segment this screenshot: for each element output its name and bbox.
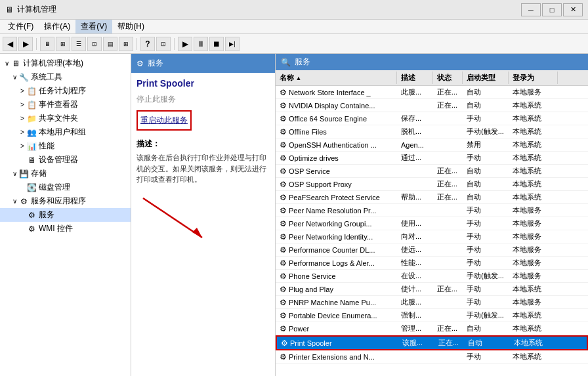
menu-action[interactable]: 操作(A): [39, 20, 75, 33]
stop-service-action[interactable]: 停止此服务: [136, 94, 270, 105]
menu-help[interactable]: 帮助(H): [112, 20, 150, 33]
close-button[interactable]: ✕: [563, 3, 583, 16]
service-login: 本地服务: [509, 244, 558, 255]
service-row[interactable]: ⚙Offline Files脱机...手动(触发...本地系统: [276, 125, 588, 138]
wmi-icon: ⚙: [26, 224, 37, 234]
service-login: 本地系统: [509, 165, 558, 177]
tree-disk-mgmt[interactable]: 💽 磁盘管理: [0, 180, 131, 194]
service-icon-cell: ⚙OSP Service: [276, 166, 397, 177]
back-button[interactable]: ◀: [3, 37, 17, 51]
service-login: 本地系统: [510, 337, 559, 348]
service-desc: Agen...: [397, 140, 433, 150]
tree-shared-folders[interactable]: > 📁 共享文件夹: [0, 112, 131, 125]
services-body[interactable]: ⚙Network Store Interface _此服...正在...自动本地…: [276, 86, 588, 376]
service-start-type: 自动: [463, 323, 509, 334]
service-status: 正在...: [433, 192, 463, 203]
col-header-desc[interactable]: 描述: [397, 72, 433, 84]
tree-services-apps[interactable]: ∨ ⚙ 服务和应用程序: [0, 194, 131, 208]
tree-arrow-shared: >: [18, 115, 26, 122]
restart-service-action[interactable]: 重启动此服务: [140, 115, 188, 126]
toolbar-btn-3[interactable]: ☰: [72, 37, 86, 51]
service-icon: ⚙: [280, 259, 287, 268]
toolbar-play-button[interactable]: ▶: [178, 37, 192, 51]
tree-device-manager[interactable]: 🖥 设备管理器: [0, 153, 131, 167]
maximize-button[interactable]: □: [542, 3, 562, 16]
service-row[interactable]: ⚙Power管理...正在...自动本地系统: [276, 322, 588, 335]
menu-view[interactable]: 查看(V): [75, 20, 112, 33]
toolbar-stop-button[interactable]: ⏹: [209, 37, 224, 51]
service-icon: ⚙: [280, 88, 287, 97]
service-status: [433, 249, 463, 251]
service-row[interactable]: ⚙Network Store Interface _此服...正在...自动本地…: [276, 86, 588, 99]
service-row[interactable]: ⚙PeaFSearch Protect Service帮助...正在...自动本…: [276, 191, 588, 204]
tree-services[interactable]: ⚙ 服务: [0, 208, 131, 222]
toolbar-btn-2[interactable]: ⊞: [56, 37, 70, 51]
minimize-button[interactable]: ─: [521, 3, 541, 16]
service-icon: ⚙: [280, 167, 287, 176]
service-row[interactable]: ⚙Office 64 Source Engine保存...手动本地系统: [276, 112, 588, 125]
service-row[interactable]: ⚙Performance Logs & Aler...性能...手动本地服务: [276, 257, 588, 270]
service-icon-cell: ⚙Plug and Play: [276, 284, 397, 295]
service-login: 本地系统: [509, 100, 558, 111]
app-icon: 🖥: [5, 5, 13, 14]
tree-root[interactable]: ∨ 🖥 计算机管理(本地): [0, 56, 131, 70]
toolbar-restart-button[interactable]: ▶|: [225, 37, 240, 51]
tree-arrow-storage: ∨: [10, 170, 18, 177]
toolbar: ◀ ▶ 🖥 ⊞ ☰ ⊡ ▤ ⊞ ? ⊡ ▶ ⏸ ⏹ ▶|: [0, 34, 588, 54]
tree-arrow-users: >: [18, 129, 26, 136]
forward-button[interactable]: ▶: [18, 37, 33, 51]
service-desc: [397, 105, 433, 106]
service-desc: 使计...: [397, 283, 433, 295]
service-start-type: 手动: [463, 257, 509, 268]
service-desc: 帮助...: [397, 192, 433, 203]
service-row[interactable]: ⚙Peer Networking Groupi...使用...手动本地服务: [276, 217, 588, 230]
toolbar-btn-5[interactable]: ▤: [103, 37, 117, 51]
tree-wmi[interactable]: ⚙ WMI 控件: [0, 222, 131, 236]
service-row[interactable]: ⚙Peer Networking Identity...向对...手动本地服务: [276, 230, 588, 243]
menu-file[interactable]: 文件(F): [3, 20, 39, 33]
toolbar-btn-6[interactable]: ⊞: [119, 37, 133, 51]
service-icon: ⚙: [280, 127, 287, 136]
service-start-type: 自动: [463, 165, 509, 177]
tree-storage[interactable]: ∨ 💾 存储: [0, 167, 131, 180]
title-bar-controls[interactable]: ─ □ ✕: [521, 3, 583, 16]
service-row[interactable]: ⚙Optimize drives通过...手动本地系统: [276, 152, 588, 165]
tree-task-scheduler[interactable]: > 📋 任务计划程序: [0, 84, 131, 98]
tree-arrow-system: ∨: [10, 73, 18, 81]
service-row[interactable]: ⚙OpenSSH Authentication ...Agen...禁用本地系统: [276, 138, 588, 152]
service-row[interactable]: ⚙Printer Extensions and N...手动本地系统: [276, 350, 588, 364]
col-header-start[interactable]: 启动类型: [463, 72, 509, 84]
toolbar-btn-4[interactable]: ⊡: [87, 37, 102, 51]
service-row[interactable]: ⚙Portable Device Enumera...强制...手动(触发...…: [276, 309, 588, 322]
services-apps-icon: ⚙: [18, 196, 29, 207]
service-login: 本地服务: [509, 205, 558, 216]
service-row[interactable]: ⚙Plug and Play使计...正在...手动本地系统: [276, 283, 588, 296]
tree-event-viewer[interactable]: > 📋 事件查看器: [0, 98, 131, 112]
service-row[interactable]: ⚙OSP Service正在...自动本地系统: [276, 165, 588, 178]
service-row[interactable]: ⚙Performance Counter DL...使远...手动本地服务: [276, 243, 588, 257]
tree-performance[interactable]: > 📊 性能: [0, 139, 131, 153]
service-name: Phone Service: [289, 272, 336, 280]
toolbar-pause-button[interactable]: ⏸: [194, 37, 208, 51]
col-header-status[interactable]: 状态: [433, 72, 463, 84]
service-row[interactable]: ⚙PNRP Machine Name Pu...此服...手动本地服务: [276, 296, 588, 309]
service-row[interactable]: ⚙OSP Support Proxy正在...自动本地系统: [276, 178, 588, 191]
service-row[interactable]: ⚙NVIDIA Display Containe...正在...自动本地系统: [276, 99, 588, 112]
service-row[interactable]: ⚙Peer Name Resolution Pr...手动本地服务: [276, 204, 588, 217]
toolbar-help-button[interactable]: ?: [140, 37, 155, 51]
tree-local-users[interactable]: > 👥 本地用户和组: [0, 125, 131, 139]
col-header-login[interactable]: 登录为: [509, 72, 558, 84]
service-login: 本地系统: [509, 139, 558, 150]
service-start-type: 手动: [463, 218, 509, 229]
service-start-type: 自动: [463, 178, 509, 190]
service-icon-cell: ⚙Office 64 Source Engine: [276, 114, 397, 124]
service-row[interactable]: ⚙Print Spooler该服...正在...自动本地系统: [276, 335, 588, 350]
service-name: PeaFSearch Protect Service: [289, 194, 380, 201]
tree-label-storage: 存储: [31, 168, 47, 179]
toolbar-btn-7[interactable]: ⊡: [156, 37, 171, 51]
service-row[interactable]: ⚙Phone Service在设...手动(触发...本地服务: [276, 270, 588, 283]
toolbar-btn-1[interactable]: 🖥: [40, 37, 54, 51]
col-header-name[interactable]: 名称: [276, 72, 397, 84]
tree-system-tools[interactable]: ∨ 🔧 系统工具: [0, 70, 131, 84]
service-name: Office 64 Source Engine: [289, 115, 367, 123]
